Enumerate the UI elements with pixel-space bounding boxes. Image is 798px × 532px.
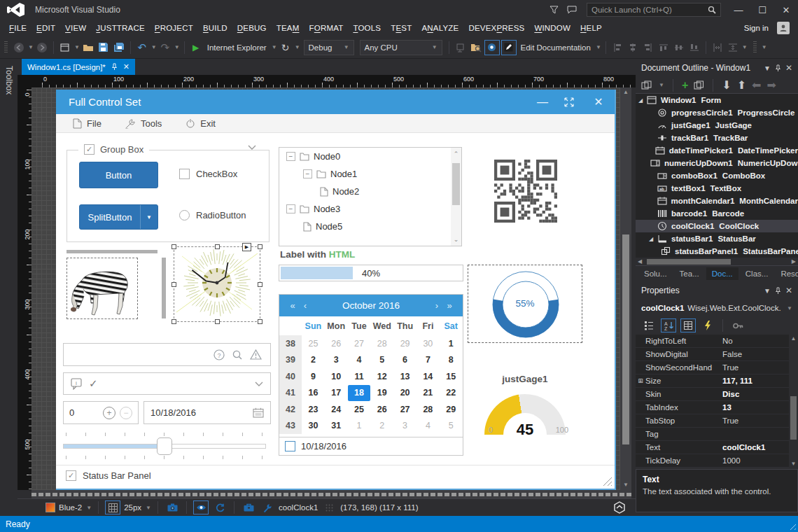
refresh-icon[interactable]: ↻ [279, 40, 293, 55]
split-button-dropdown[interactable]: ▼ [140, 205, 158, 229]
calendar-footer[interactable]: 10/18/2016 [279, 437, 463, 455]
new-window-icon[interactable] [58, 40, 72, 55]
menu-item-edit[interactable]: EDIT [31, 21, 60, 35]
alphabetical-sort-icon[interactable]: AZ [661, 318, 676, 332]
menu-item-tools[interactable]: TOOLS [348, 21, 386, 35]
calendar-day[interactable]: 29 [440, 401, 463, 418]
calendar-day[interactable]: 24 [325, 401, 348, 418]
tree-expander[interactable]: − [286, 152, 295, 161]
new-window-dropdown[interactable]: ▼ [74, 44, 80, 50]
toolbar-overflow-dropdown[interactable]: ▼ [596, 44, 601, 50]
calendar-day[interactable]: 21 [416, 385, 440, 402]
calendar-day[interactable]: 20 [393, 385, 416, 402]
calendar-day[interactable]: 1 [440, 335, 463, 352]
undo-dropdown[interactable]: ▼ [151, 44, 157, 50]
menu-item-file[interactable]: FILE [4, 21, 31, 35]
properties-scroll-thumb[interactable] [790, 396, 797, 440]
combobox-control[interactable]: i ✓ [63, 372, 271, 395]
help-icon[interactable]: ? [214, 349, 225, 360]
toolbox-tab[interactable]: Toolbox [4, 66, 14, 94]
panel-tab-tea[interactable]: Tea... [674, 267, 705, 280]
calendar-day-selected[interactable]: 18 [348, 385, 371, 402]
undo-icon[interactable]: ↶ [135, 40, 149, 55]
smart-tag-button[interactable]: ▶ [242, 243, 251, 251]
coolclock-selection[interactable]: ▶ [174, 246, 260, 322]
outline-copy-icon[interactable] [694, 80, 704, 90]
calendar-day[interactable]: 28 [416, 401, 440, 418]
property-row-tabstop[interactable]: TabStopTrue [636, 414, 798, 428]
outline-scroll-left-icon[interactable]: ◀ [638, 258, 642, 266]
make-same-width-icon[interactable] [710, 40, 724, 55]
menu-item-view[interactable]: VIEW [60, 21, 91, 35]
calendar-prev-month-icon[interactable]: ‹ [299, 300, 312, 311]
property-row-showsecondhand[interactable]: ShowSecondHandTrue [636, 361, 798, 374]
checkbox-box[interactable] [179, 169, 190, 179]
calendar-day[interactable]: 1 [348, 418, 371, 435]
form-menu-tools[interactable]: Tools [125, 118, 162, 129]
decrement-icon[interactable]: − [120, 407, 132, 419]
properties-pin-icon[interactable] [775, 287, 781, 295]
align-bottoms-icon[interactable] [687, 40, 701, 55]
resize-handle-e[interactable] [258, 282, 262, 287]
calendar-day[interactable]: 30 [302, 418, 325, 435]
designer-vertical-scrollbar[interactable]: ▲ ▼ [620, 88, 631, 490]
panel-tab-solu[interactable]: Solu... [638, 267, 673, 280]
properties-scroll-down-icon[interactable]: ▼ [789, 461, 798, 467]
search-textbox[interactable]: ? [63, 343, 271, 366]
edit-documentation-label[interactable]: Edit Documentation [521, 43, 591, 52]
menu-item-team[interactable]: TEAM [272, 21, 304, 35]
calendar-day[interactable]: 5 [370, 352, 393, 369]
menu-item-test[interactable]: TEST [386, 21, 416, 35]
sign-in-link[interactable]: Sign in [744, 24, 769, 32]
theme-swatch-icon[interactable] [46, 503, 55, 512]
outline-item-textBox1[interactable]: abtextBox1TextBox [636, 182, 798, 195]
calendar-title[interactable]: October 2016 [312, 300, 430, 311]
treeview-scroll-down-icon[interactable]: ⌄ [451, 236, 461, 243]
warning-icon[interactable] [250, 349, 262, 360]
datetime-picker[interactable]: 10/18/2016 [144, 401, 271, 424]
menu-item-help[interactable]: HELP [575, 21, 607, 35]
outline-item-justGage1[interactable]: justGage1JustGage [636, 119, 798, 132]
calendar-next-month-icon[interactable]: › [430, 300, 443, 311]
menu-item-debug[interactable]: DEBUG [232, 21, 272, 35]
group-box-checkbox[interactable]: ✓ [84, 144, 94, 155]
menu-item-project[interactable]: PROJECT [150, 21, 198, 35]
start-debug-icon[interactable]: ▶ [189, 40, 203, 55]
calendar-day[interactable]: 26 [370, 401, 393, 418]
edit-documentation-icon[interactable] [501, 40, 517, 55]
resize-handle-s[interactable] [215, 319, 220, 324]
form-title-bar[interactable]: Full Control Set [56, 90, 615, 114]
outline-expander[interactable]: ◢ [638, 97, 645, 104]
magnifier-icon[interactable] [232, 349, 243, 360]
calendar-day[interactable]: 2 [370, 418, 393, 435]
calendar-day[interactable]: 5 [440, 418, 463, 435]
treeview-scroll-thumb[interactable] [452, 163, 460, 205]
radio-circle[interactable] [179, 210, 190, 220]
menu-item-justtrace[interactable]: JUSTTRACE [91, 21, 150, 35]
calendar-day[interactable]: 3 [325, 352, 348, 369]
menu-item-analyze[interactable]: ANALYZE [416, 21, 463, 35]
zebra-picturebox[interactable] [66, 258, 138, 319]
resize-handle-w[interactable] [172, 282, 176, 287]
designer-horizontal-scrollbar[interactable] [31, 490, 631, 498]
save-all-icon[interactable] [112, 40, 126, 55]
form-menu-file[interactable]: File [73, 118, 102, 129]
properties-scroll-up-icon[interactable]: ▲ [789, 335, 798, 342]
resize-handle-sw[interactable] [172, 319, 176, 324]
calendar-day[interactable]: 12 [370, 368, 393, 385]
horizontal-scrollbar-control[interactable] [66, 250, 158, 253]
calendar-day[interactable]: 23 [302, 401, 325, 418]
calendar-day[interactable]: 26 [325, 335, 348, 352]
save-icon[interactable] [97, 40, 111, 55]
outline-pin-icon[interactable] [775, 64, 781, 72]
calendar-day[interactable]: 29 [393, 335, 416, 352]
property-row-righttoleft[interactable]: RightToLeftNo [636, 335, 798, 348]
menu-item-devexpress[interactable]: DEVEXPRESS [463, 21, 529, 35]
outline-docs-dropdown[interactable]: ▼ [659, 82, 664, 88]
calendar-day[interactable]: 30 [416, 335, 440, 352]
calendar-day[interactable]: 3 [393, 418, 416, 435]
search-icon[interactable] [708, 6, 716, 14]
browser-target-label[interactable]: Internet Explorer [207, 43, 267, 52]
property-row-tickdelay[interactable]: TickDelay1000 [636, 454, 798, 468]
window-resize-grip[interactable] [788, 522, 796, 530]
